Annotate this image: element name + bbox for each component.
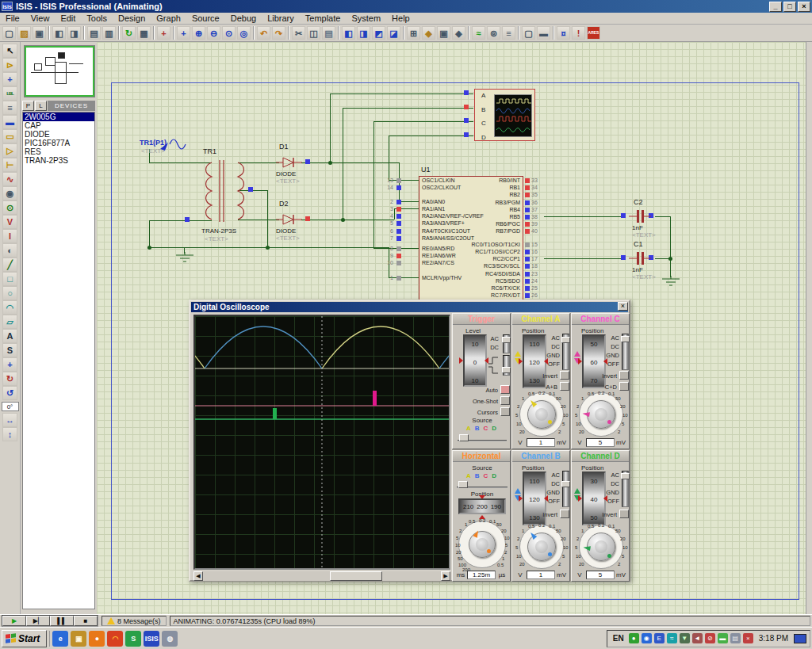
- save-file[interactable]: ▣: [33, 26, 46, 40]
- menu-item[interactable]: Help: [386, 13, 416, 23]
- electrical-rule-check[interactable]: !: [572, 26, 585, 40]
- chip-pin[interactable]: 8 RE0/AN5/RD: [374, 245, 454, 252]
- paste[interactable]: ▤: [322, 26, 335, 40]
- device-list-item[interactable]: TRAN-2P3S: [23, 156, 94, 165]
- chip-pin[interactable]: RC4/SDI/SDA 23: [444, 270, 550, 277]
- oscilloscope-part[interactable]: ABCD: [474, 89, 535, 141]
- wire[interactable]: [389, 136, 473, 136]
- channel-a-scale-value[interactable]: 1: [527, 438, 555, 447]
- toolbar-separator[interactable]: [82, 26, 86, 40]
- property-assignment-tool[interactable]: ≡: [502, 26, 515, 40]
- quick-launch-ie[interactable]: e: [52, 631, 68, 647]
- start-button[interactable]: Start: [2, 630, 47, 647]
- 2d-marker-tool[interactable]: +: [2, 357, 17, 372]
- invert-button[interactable]: [560, 371, 569, 380]
- 2d-box-tool[interactable]: □: [2, 272, 17, 286]
- minimize-button[interactable]: _: [769, 2, 782, 12]
- new-sheet[interactable]: ▢: [522, 26, 535, 40]
- oscilloscope-close-button[interactable]: ×: [618, 302, 628, 311]
- source-channel-letter[interactable]: A: [466, 425, 471, 432]
- device-list-item[interactable]: 2W005G: [23, 113, 94, 121]
- open-file[interactable]: ▨: [17, 26, 31, 40]
- terminal-mode[interactable]: ▷: [2, 143, 17, 158]
- chip-pin[interactable]: RC2/CCP1 17: [444, 255, 550, 262]
- 2d-text-tool[interactable]: A: [2, 329, 17, 343]
- horizontal-position-drum[interactable]: 210 200 190: [458, 498, 506, 514]
- chip-pin[interactable]: RB5 38: [444, 213, 550, 220]
- wire-autorouter[interactable]: ≈: [472, 26, 485, 40]
- chip-pin[interactable]: 13 OSC1/CLKIN: [374, 177, 455, 184]
- chip-pin[interactable]: 2 RA0/AN0: [374, 198, 445, 205]
- current-probe-mode[interactable]: I: [2, 229, 17, 243]
- packaging-tool[interactable]: ▣: [437, 26, 450, 40]
- remove-sheet[interactable]: ▬: [537, 26, 550, 40]
- source-channel-letter[interactable]: B: [475, 425, 480, 432]
- wire[interactable]: [544, 216, 625, 217]
- 2d-line-tool[interactable]: ╱: [2, 258, 17, 272]
- zoom-area[interactable]: ◎: [237, 26, 251, 40]
- pick-devices-button[interactable]: P: [22, 101, 34, 111]
- device-list-item[interactable]: PIC16F877A: [23, 139, 94, 147]
- scroll-left-arrow[interactable]: ◀: [193, 571, 203, 581]
- toolbar-separator[interactable]: [402, 26, 405, 40]
- new-file[interactable]: ▢: [2, 26, 16, 40]
- trigger-button[interactable]: [500, 385, 510, 394]
- diode-d1[interactable]: [276, 157, 303, 169]
- tray-icon-network[interactable]: ◉: [642, 633, 652, 643]
- voltage-probe-mode[interactable]: V: [2, 215, 17, 229]
- print[interactable]: ▤: [87, 26, 101, 40]
- source-channel-letter[interactable]: B: [475, 472, 480, 479]
- trigger-button[interactable]: [500, 407, 510, 416]
- trigger-edge-switch[interactable]: [503, 355, 510, 376]
- source-channel-letter[interactable]: C: [484, 425, 488, 432]
- 2d-arc-tool[interactable]: ◠: [2, 300, 17, 315]
- undo[interactable]: ↶: [257, 26, 270, 40]
- ares-netlist-transfer[interactable]: ARES: [587, 26, 600, 40]
- oscilloscope-window[interactable]: Digital Oscilloscope × ◀ ▶ Trigger: [189, 300, 630, 582]
- display-settings-icon[interactable]: [794, 634, 806, 643]
- tray-icon-antivirus[interactable]: ●: [629, 633, 639, 643]
- device-list-item[interactable]: DIODE: [23, 130, 94, 139]
- wire-label-mode[interactable]: LBL: [2, 86, 17, 101]
- source-channel-letter[interactable]: C: [484, 472, 488, 479]
- bus-mode[interactable]: ▬: [2, 115, 17, 129]
- decompose[interactable]: ◈: [452, 26, 465, 40]
- chip-pin[interactable]: 3 RA1/AN1: [374, 205, 445, 212]
- toolbar-separator[interactable]: [552, 26, 555, 40]
- tray-icon-messenger[interactable]: E: [654, 633, 665, 643]
- menu-item[interactable]: Design: [113, 13, 151, 23]
- chip-pin[interactable]: RC5/SDO 24: [444, 277, 550, 284]
- source-channel-letter[interactable]: A: [466, 472, 471, 479]
- text-script-mode[interactable]: ≡: [2, 101, 17, 115]
- menu-item[interactable]: Tools: [81, 13, 113, 23]
- scroll-thumb[interactable]: [330, 571, 382, 581]
- chip-pin[interactable]: RC0/T1OSO/T1CKI 15: [444, 241, 550, 248]
- menu-item[interactable]: File: [0, 13, 25, 23]
- chip-pin[interactable]: RB3/PGM 36: [444, 199, 550, 206]
- sum-button[interactable]: [560, 382, 569, 391]
- wire[interactable]: [301, 162, 399, 163]
- zoom-out[interactable]: ⊖: [207, 26, 220, 40]
- toggle-grid[interactable]: ▦: [137, 26, 151, 40]
- tray-icon-volume[interactable]: ◄: [692, 633, 703, 643]
- junction-dot-mode[interactable]: +: [2, 72, 17, 86]
- horizontal-source-slider[interactable]: [457, 481, 508, 488]
- timebase-value[interactable]: 1.25m: [467, 571, 496, 579]
- component-mode[interactable]: ⊳: [2, 58, 17, 72]
- toolbar-separator[interactable]: [467, 26, 470, 40]
- title-bar[interactable]: isis ISIS - ISIS Professional (Animating…: [0, 0, 812, 13]
- graph-mode[interactable]: ∿: [2, 172, 17, 186]
- channel-c-gain-knob[interactable]: 1251020 0.50.20.1 50201052: [574, 391, 628, 437]
- position-up-arrow[interactable]: [574, 488, 580, 494]
- device-list-item[interactable]: CAP: [23, 121, 94, 130]
- coupling-switch[interactable]: [622, 334, 629, 370]
- zoom-in[interactable]: ⊕: [192, 26, 205, 40]
- invert-button[interactable]: [560, 510, 569, 518]
- chip-pin[interactable]: 10 RE2/AN7/CS: [374, 259, 454, 266]
- subcircuit-mode[interactable]: ▭: [2, 129, 17, 143]
- toolbar-separator[interactable]: [337, 26, 340, 40]
- step-button[interactable]: ▶▏: [26, 616, 50, 626]
- chip-pin[interactable]: RB1 34: [444, 184, 550, 191]
- toolbar-separator[interactable]: [172, 26, 175, 40]
- channel-d-scale-value[interactable]: 5: [586, 571, 615, 579]
